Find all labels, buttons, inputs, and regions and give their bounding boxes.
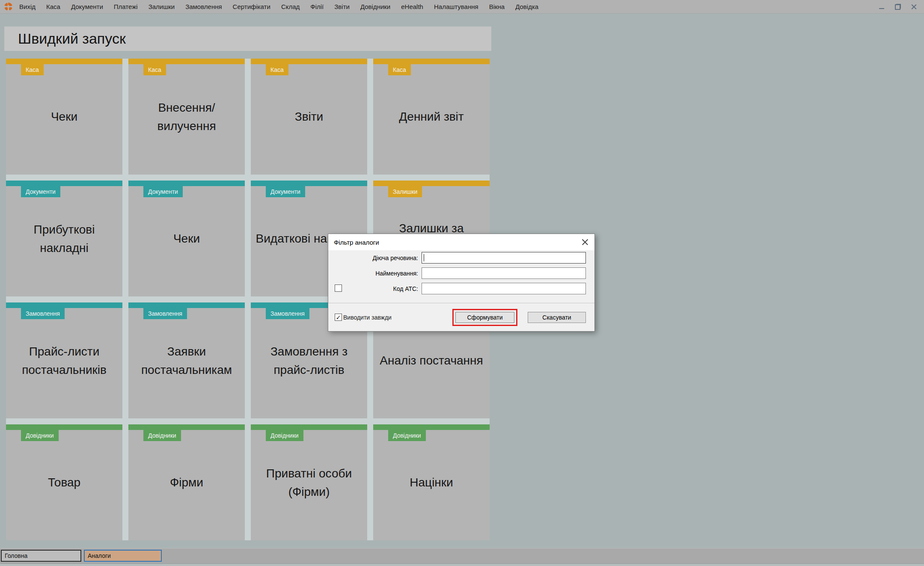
field-row-active-substance: Діюча речовина:: [328, 252, 594, 264]
always-show-checkbox[interactable]: ✓: [335, 314, 342, 321]
menu-item-zamovlennia[interactable]: Замовлення: [185, 3, 222, 10]
tile-label: Заявки постачальникам: [128, 302, 245, 418]
menu-item-kasa[interactable]: Каса: [46, 3, 60, 10]
bottom-tab-bar: Головна Аналоги: [0, 548, 924, 563]
cancel-button[interactable]: Скасувати: [528, 312, 586, 323]
active-substance-label: Діюча речовина:: [342, 255, 422, 261]
menu-item-zalyshky[interactable]: Залишки: [149, 3, 175, 10]
tile-firmy[interactable]: Довідники Фірми: [128, 424, 245, 540]
field-row-atc-code: Код АТС:: [328, 283, 594, 294]
always-show-control: ✓ Виводити завжди: [335, 314, 392, 321]
check-icon: ✓: [336, 314, 341, 320]
tile-cheky-kasa[interactable]: Каса Чеки: [6, 59, 122, 175]
tile-label: Фірми: [128, 424, 245, 540]
dialog-titlebar[interactable]: Фільтр аналоги: [328, 234, 594, 250]
text-caret: [424, 254, 424, 261]
minimize-icon[interactable]: [879, 4, 885, 10]
tile-vnesennia-vyluchennia[interactable]: Каса Внесення/вилучення: [128, 59, 245, 175]
menu-items: Вихід Каса Документи Платежі Залишки Зам…: [19, 3, 538, 10]
tile-label: Чеки: [6, 59, 122, 175]
menu-item-zvity[interactable]: Звіти: [334, 3, 350, 10]
field-row-name: Найменування:: [328, 267, 594, 279]
close-window-icon[interactable]: [911, 4, 917, 10]
tile-tovar[interactable]: Довідники Товар: [6, 424, 122, 540]
tile-pryvatni-osoby[interactable]: Довідники Приватні особи (Фірми): [251, 424, 367, 540]
always-show-label: Виводити завжди: [343, 314, 392, 321]
tile-zvity-kasa[interactable]: Каса Звіти: [251, 59, 367, 175]
tile-label: Звіти: [251, 59, 367, 175]
app-logo-icon: [4, 3, 12, 11]
tile-cheky-dokumenty[interactable]: Документи Чеки: [128, 181, 245, 296]
menu-item-filii[interactable]: Філії: [310, 3, 324, 10]
menu-item-dovidnyky[interactable]: Довідники: [360, 3, 390, 10]
menu-item-nalashtuvannia[interactable]: Налаштування: [434, 3, 478, 10]
tab-holovna[interactable]: Головна: [1, 550, 81, 562]
tile-label: Денний звіт: [373, 59, 490, 175]
filter-analogs-dialog: Фільтр аналоги Діюча речовина: Найменува…: [328, 234, 595, 332]
tile-price-lysty-postachalnykiv[interactable]: Замовлення Прайс-листи постачальників: [6, 302, 122, 418]
active-substance-input[interactable]: [422, 252, 586, 264]
name-input[interactable]: [422, 267, 586, 279]
menu-item-vikna[interactable]: Вікна: [489, 3, 505, 10]
menu-item-sklad[interactable]: Склад: [281, 3, 300, 10]
name-label: Найменування:: [342, 270, 422, 277]
tile-prybutkovi-nakladni[interactable]: Документи Прибуткові накладні: [6, 181, 122, 296]
restore-icon[interactable]: [895, 4, 901, 10]
tile-dennyi-zvit[interactable]: Каса Денний звіт: [373, 59, 490, 175]
tile-natsinky[interactable]: Довідники Націнки: [373, 424, 490, 540]
tile-label: Приватні особи (Фірми): [251, 424, 367, 540]
atc-code-checkbox[interactable]: [335, 284, 342, 292]
tile-label: Чеки: [128, 181, 245, 296]
atc-code-label: Код АТС:: [342, 285, 422, 292]
menu-bar: Вихід Каса Документи Платежі Залишки Зам…: [0, 0, 924, 14]
tile-label: Товар: [6, 424, 122, 540]
tile-label: Прибуткові накладні: [6, 181, 122, 296]
generate-button-highlight: Сформувати: [452, 309, 517, 326]
menu-item-sertyfikaty[interactable]: Сертифікати: [233, 3, 270, 10]
menu-item-dokumenty[interactable]: Документи: [71, 3, 103, 10]
menu-item-vykhid[interactable]: Вихід: [19, 3, 36, 10]
dialog-divider: [328, 303, 594, 304]
dialog-title: Фільтр аналоги: [334, 239, 379, 246]
menu-item-dovidka[interactable]: Довідка: [515, 3, 538, 10]
menu-item-platezhi[interactable]: Платежі: [114, 3, 138, 10]
dialog-close-icon[interactable]: [582, 239, 588, 246]
tile-label: Націнки: [373, 424, 490, 540]
tile-zaiavky-postachalnykam[interactable]: Замовлення Заявки постачальникам: [128, 302, 245, 418]
atc-code-input[interactable]: [422, 283, 586, 294]
status-strip: [0, 563, 924, 566]
page-title: Швидкий запуск: [18, 30, 126, 47]
generate-button[interactable]: Сформувати: [455, 312, 514, 323]
tile-label: Прайс-листи постачальників: [6, 302, 122, 418]
tab-analohy[interactable]: Аналоги: [84, 550, 162, 562]
window-controls: [879, 4, 917, 10]
quick-launch-panel: Швидкий запуск: [4, 27, 491, 51]
menu-item-ehealth[interactable]: eHealth: [401, 3, 423, 10]
tile-label: Внесення/вилучення: [128, 59, 245, 175]
